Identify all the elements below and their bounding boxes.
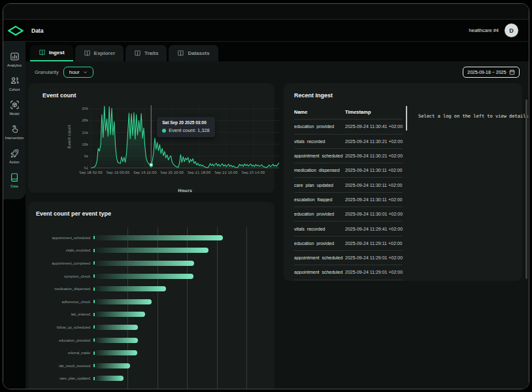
sidebar-item-data[interactable]: Data (3, 172, 25, 188)
book-open-icon (177, 50, 184, 57)
book-open-icon (39, 49, 46, 56)
date-range-picker[interactable]: 2025-09-18 ~ 2025-09-24 (463, 67, 520, 78)
analytics-icon (10, 52, 20, 61)
bar-care_plan_updated (95, 376, 124, 381)
bar-lab_result_received (95, 363, 130, 368)
app-window: Data healthcare #4 D AnalyticsCohortMode… (3, 3, 529, 389)
log-row[interactable]: medication_dispensed2025-09-24 11:30:11 … (294, 163, 403, 178)
cohort-icon (10, 76, 20, 86)
svg-text:Sep 22 16:00: Sep 22 16:00 (214, 171, 238, 175)
svg-text:Sep 23 14:00: Sep 23 14:00 (242, 171, 265, 175)
bar-track (95, 299, 261, 304)
log-row[interactable]: appointment_scheduled2025-09-24 11:29:01… (294, 251, 403, 265)
log-name: vitals_recorded (294, 227, 345, 231)
svg-text:15k: 15k (82, 131, 89, 135)
chevron-down-icon (83, 70, 88, 74)
log-timestamp: 2025-09-24 11:30:11 +02:00 (345, 197, 403, 202)
bar-category-label: follow_up_scheduled (36, 325, 93, 329)
tab-label: Ingest (49, 50, 65, 56)
column-header-timestamp: Timestamp (345, 109, 403, 115)
bar-category-label: referral_made (36, 351, 93, 355)
sidebar-item-model[interactable]: Model (3, 100, 25, 116)
tab-traits[interactable]: Traits (125, 45, 167, 61)
tab-ingest[interactable]: Ingest (30, 45, 73, 61)
granularity-value: hour (69, 69, 80, 75)
svg-text:Sep 19 22:00: Sep 19 22:00 (133, 171, 157, 175)
bar-track (95, 376, 261, 381)
tab-label: Traits (144, 50, 158, 56)
log-row[interactable]: vitals_recorded2025-09-24 11:30:21 +02:0… (294, 135, 403, 149)
bar-category-label: vitals_recorded (36, 248, 93, 252)
log-row[interactable]: education_provided2025-09-24 11:29:11 +0… (294, 237, 403, 251)
bar-track (95, 286, 261, 291)
bar-row-lab_ordered: lab_ordered (36, 308, 267, 321)
bar-medication_dispensed (95, 286, 166, 291)
bar-category-label: appointment_scheduled (36, 236, 93, 240)
bar-adherence_check (95, 299, 152, 304)
sidebar: AnalyticsCohortModelInterventionActionDa… (3, 42, 25, 199)
sidebar-item-intervention[interactable]: Intervention (3, 124, 25, 140)
bar-track (95, 350, 261, 355)
log-row[interactable]: education_provided2025-09-24 11:30:01 +0… (294, 207, 403, 221)
app-header: Data healthcare #4 D (3, 20, 529, 42)
granularity-select[interactable]: hour (63, 67, 93, 78)
bar-row-escalation_flagged: escalation_flagged (36, 385, 267, 389)
log-row[interactable]: education_provided2025-09-24 11:30:41 +0… (294, 120, 403, 134)
log-row[interactable]: escalation_flagged2025-09-24 11:30:11 +0… (294, 193, 403, 207)
tab-bar: IngestExplorerTraitsDatasets (25, 42, 529, 61)
bar-row-care_plan_updated: care_plan_updated (36, 372, 267, 385)
page-scrollbar[interactable] (525, 99, 527, 279)
bar-track (95, 338, 261, 343)
column-header-name: Name (294, 109, 345, 115)
tooltip-value: Event count: 1,328 (169, 127, 210, 133)
dashboard-grid: Event count 515k10k15k20k25kSep 18 02:00… (28, 83, 522, 389)
bar-track (95, 274, 261, 279)
log-name: appointment_scheduled (294, 270, 345, 274)
log-row[interactable]: care_plan_updated2025-09-24 11:30:11 +02… (294, 178, 403, 192)
log-timestamp: 2025-09-24 11:29:11 +02:00 (345, 241, 403, 246)
bar-row-medication_dispensed: medication_dispensed (36, 282, 267, 295)
bar-row-referral_made: referral_made (36, 346, 267, 359)
bar-row-vitals_recorded: vitals_recorded (36, 244, 267, 257)
svg-text:Sep 19 00:00: Sep 19 00:00 (107, 171, 130, 175)
ingest-column: Recent Ingest NameTimestampeducation_pro… (284, 83, 522, 281)
ingest-log-table: NameTimestampeducation_provided2025-09-2… (294, 105, 409, 272)
svg-text:5k: 5k (84, 154, 89, 158)
event-count-line-chart[interactable]: 515k10k15k20k25kSep 18 02:00Sep 19 00:00… (42, 100, 271, 195)
sidebar-item-label: Analytics (7, 63, 22, 67)
sidebar-item-label: Action (9, 160, 19, 164)
recent-ingest-panel: Recent Ingest NameTimestampeducation_pro… (284, 83, 522, 281)
bar-category-label: appointment_completed (36, 261, 93, 265)
table-scrollbar[interactable] (406, 106, 408, 131)
svg-text:10k: 10k (82, 142, 89, 146)
recent-ingest-title: Recent Ingest (294, 92, 512, 99)
tab-datasets[interactable]: Datasets (169, 45, 218, 61)
bar-track (95, 363, 261, 368)
sidebar-item-cohort[interactable]: Cohort (3, 76, 25, 91)
data-icon (10, 172, 20, 182)
book-open-icon (134, 50, 141, 57)
app-body: AnalyticsCohortModelInterventionActionDa… (3, 42, 529, 389)
bar-chart-title: Event count per event type (36, 210, 267, 217)
log-timestamp: 2025-09-24 11:29:01 +02:00 (345, 270, 403, 274)
calendar-icon (509, 69, 515, 75)
window-top-strip (3, 4, 529, 20)
log-row[interactable]: appointment_scheduled2025-09-24 11:30:21… (294, 149, 403, 163)
log-timestamp: 2025-09-24 11:30:41 +02:00 (345, 124, 403, 129)
svg-text:Sep 21 18:00: Sep 21 18:00 (188, 171, 211, 175)
bar-appointment_completed (95, 261, 194, 266)
bar-education_provided (95, 338, 138, 343)
tab-explorer[interactable]: Explorer (75, 45, 124, 61)
bar-row-follow_up_scheduled: follow_up_scheduled (36, 321, 267, 334)
bar-track (95, 261, 261, 266)
svg-text:Sep 18 02:00: Sep 18 02:00 (79, 171, 103, 175)
log-row[interactable]: vitals_recorded2025-09-24 11:29:41 +02:0… (294, 221, 403, 236)
log-timestamp: 2025-09-24 11:30:11 +02:00 (345, 168, 403, 172)
sidebar-item-action[interactable]: Action (3, 148, 25, 164)
svg-text:20k: 20k (82, 118, 89, 122)
log-row[interactable]: appointment_scheduled2025-09-24 11:29:01… (294, 265, 403, 280)
sidebar-item-analytics[interactable]: Analytics (3, 52, 25, 67)
avatar[interactable]: D (505, 24, 518, 37)
log-timestamp: 2025-09-24 11:29:01 +02:00 (345, 255, 403, 260)
workspace-label[interactable]: healthcare #4 (469, 27, 499, 33)
